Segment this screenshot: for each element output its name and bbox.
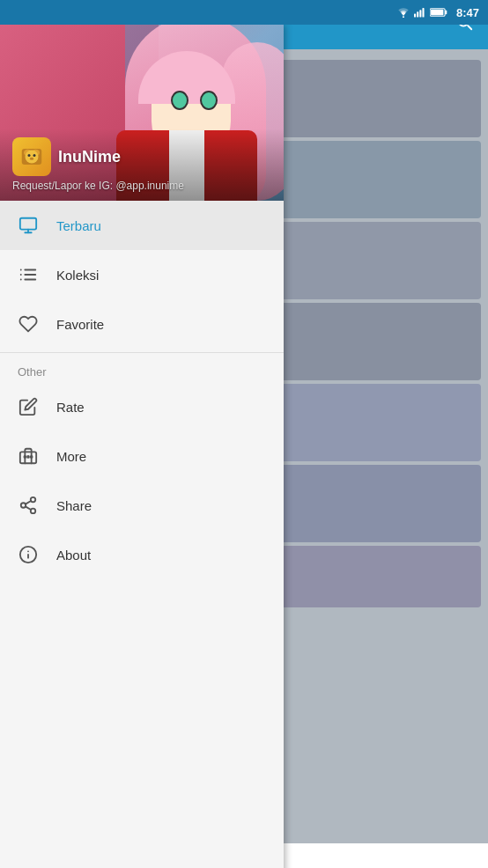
svg-rect-7 <box>431 10 443 15</box>
svg-rect-1 <box>414 13 416 17</box>
signal-icon <box>414 7 426 18</box>
sidebar-item-koleksi[interactable]: Koleksi <box>0 250 284 299</box>
svg-rect-15 <box>20 218 36 230</box>
app-logo-icon <box>18 143 45 170</box>
battery-icon <box>430 7 447 18</box>
svg-rect-6 <box>445 11 447 14</box>
section-label-other: Other <box>0 357 284 382</box>
terbaru-label: Terbaru <box>56 218 101 233</box>
app-icon-row: InuNime <box>12 137 271 176</box>
share-label: Share <box>56 498 92 513</box>
svg-point-0 <box>403 16 404 18</box>
nav-divider <box>0 352 284 353</box>
svg-rect-2 <box>417 11 418 17</box>
sidebar-item-share[interactable]: Share <box>0 481 284 530</box>
svg-point-11 <box>26 151 39 164</box>
about-label: About <box>56 548 91 563</box>
status-icons: 8:47 <box>396 6 479 19</box>
status-time: 8:47 <box>456 6 479 19</box>
share-icon <box>18 495 39 516</box>
sidebar-item-about[interactable]: About <box>0 530 284 579</box>
navigation-drawer: InuNime Request/Lapor ke IG: @app.inunim… <box>0 25 284 868</box>
app-name: InuNime <box>58 148 121 166</box>
svg-point-12 <box>28 154 31 157</box>
sidebar-item-more[interactable]: More <box>0 431 284 481</box>
drawer-nav: Terbaru Koleksi <box>0 201 284 868</box>
wifi-icon <box>396 7 410 18</box>
app-icon <box>12 137 51 176</box>
list-icon <box>18 264 39 285</box>
more-icon <box>18 445 39 467</box>
svg-point-13 <box>33 154 36 157</box>
eye-left <box>171 91 189 110</box>
koleksi-label: Koleksi <box>56 268 99 283</box>
drawer-brand: InuNime Request/Lapor ke IG: @app.inunim… <box>0 129 284 201</box>
svg-line-31 <box>26 506 31 510</box>
app-subtitle: Request/Lapor ke IG: @app.inunime <box>12 180 271 192</box>
heart-icon <box>18 313 39 335</box>
svg-rect-3 <box>419 10 421 17</box>
monitor-icon <box>18 215 39 236</box>
edit-icon <box>18 396 39 417</box>
rate-label: Rate <box>56 400 85 415</box>
svg-line-32 <box>26 501 31 504</box>
info-icon <box>18 544 39 565</box>
svg-point-14 <box>30 158 34 160</box>
drawer-header: InuNime Request/Lapor ke IG: @app.inunim… <box>0 25 284 201</box>
svg-point-25 <box>24 456 26 458</box>
favorite-label: Favorite <box>56 317 104 332</box>
sidebar-item-terbaru[interactable]: Terbaru <box>0 201 284 250</box>
sidebar-item-rate[interactable]: Rate <box>0 382 284 431</box>
sidebar-item-favorite[interactable]: Favorite <box>0 299 284 349</box>
eye-right <box>200 91 218 110</box>
more-label: More <box>56 449 86 464</box>
status-bar: 8:47 <box>0 0 488 25</box>
svg-rect-4 <box>422 8 424 18</box>
svg-point-26 <box>27 456 29 458</box>
svg-point-27 <box>31 456 33 458</box>
